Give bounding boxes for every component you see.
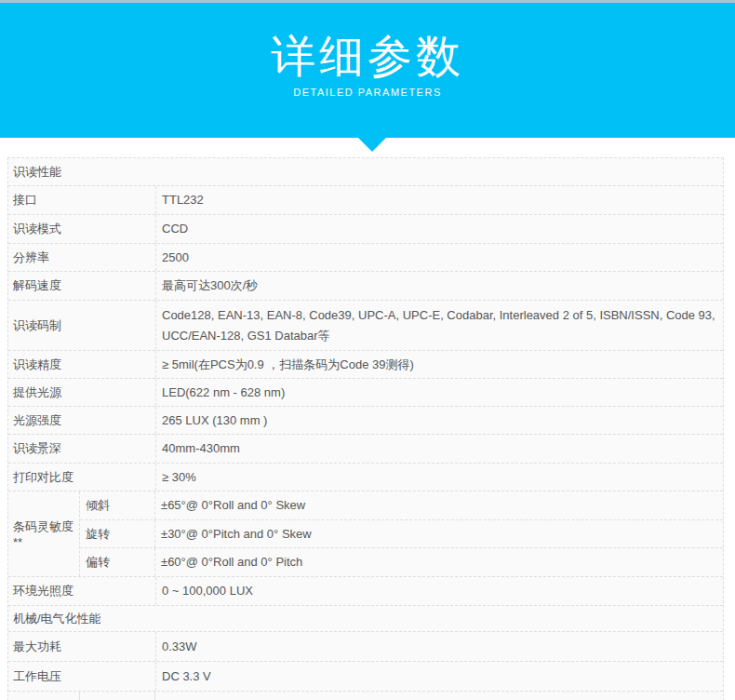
spec-row-interface: 接口 TTL232: [8, 186, 723, 215]
spec-value: [155, 692, 723, 700]
spec-value: TTL232: [156, 186, 723, 214]
spec-row-working-voltage: 工作电压 DC 3.3 V: [8, 662, 723, 692]
group-row-barcode-sensitivity: 条码灵敏度** 倾斜 ±65°@ 0°Roll and 0° Skew 旋转 ±…: [8, 491, 723, 577]
section-row-reading-performance: 识读性能: [8, 158, 723, 186]
detail-params-banner: 详细参数 DETAILED PARAMETERS: [0, 0, 735, 138]
sub-label: 旋转: [80, 520, 155, 548]
spec-value: ±65°@ 0°Roll and 0° Skew: [155, 491, 723, 519]
spec-row-decode-speed: 解码速度 最高可达300次/秒: [8, 272, 723, 301]
spec-label: 环境光照度: [8, 577, 156, 605]
section-title: 识读性能: [8, 158, 723, 185]
spec-row-print-contrast: 打印对比度 ≥ 30%: [8, 464, 723, 491]
top-strip: [0, 0, 735, 3]
spec-table: 识读性能 接口 TTL232 识读模式 CCD 分辨率 2500 解码速度 最高…: [7, 157, 724, 700]
spec-value: ±60°@ 0°Roll and 0° Pitch: [155, 548, 723, 576]
group-label: [8, 692, 80, 700]
spec-label: 提供光源: [8, 379, 156, 406]
spec-label: 识读码制: [8, 301, 156, 350]
spec-value: DC 3.3 V: [156, 662, 723, 691]
product-detail-page: 详细参数 DETAILED PARAMETERS 识读性能 接口 TTL232 …: [0, 0, 735, 700]
spec-label: 分辨率: [8, 244, 156, 271]
spec-label: 识读精度: [8, 351, 156, 378]
spec-row-light-intensity: 光源强度 265 LUX (130 mm ): [8, 407, 723, 435]
spec-value: CCD: [156, 215, 723, 243]
subrow-tilt: 倾斜 ±65°@ 0°Roll and 0° Skew: [80, 491, 723, 520]
spec-label: 最大功耗: [8, 632, 156, 661]
spec-row-max-power: 最大功耗 0.33W: [8, 632, 723, 662]
section-title: 机械/电气化性能: [8, 606, 723, 631]
spec-value: 40mm-430mm: [156, 435, 723, 463]
spec-label: 接口: [8, 186, 156, 214]
spec-row-depth-of-field: 识读景深 40mm-430mm: [8, 435, 723, 464]
sub-label: 倾斜: [80, 491, 155, 519]
spec-label: 打印对比度: [8, 464, 156, 491]
spec-row-reading-precision: 识读精度 ≥ 5mil(在PCS为0.9 ，扫描条码为Code 39测得): [8, 351, 723, 379]
spec-value: 0.33W: [156, 632, 723, 661]
spec-row-resolution: 分辨率 2500: [8, 244, 723, 272]
spec-label: 工作电压: [8, 662, 156, 691]
spec-value: Code128, EAN-13, EAN-8, Code39, UPC-A, U…: [156, 301, 723, 350]
spec-label: 光源强度: [8, 407, 156, 434]
spec-value: ≥ 30%: [156, 464, 723, 491]
sub-label: [80, 692, 155, 700]
group-subrows: [80, 692, 723, 700]
group-subrows: 倾斜 ±65°@ 0°Roll and 0° Skew 旋转 ±30°@ 0°P…: [80, 491, 723, 576]
subrow-deflection: 偏转 ±60°@ 0°Roll and 0° Pitch: [80, 548, 723, 576]
clipped-next-row: [8, 692, 723, 700]
spec-value: LED(622 nm - 628 nm): [156, 379, 723, 406]
subrow-rotation: 旋转 ±30°@ 0°Pitch and 0° Skew: [80, 520, 723, 549]
spec-row-light-source: 提供光源 LED(622 nm - 628 nm): [8, 379, 723, 407]
spec-row-ambient-light: 环境光照度 0 ~ 100,000 LUX: [8, 577, 723, 606]
spec-label: 识读模式: [8, 215, 156, 243]
banner-pointer-triangle: [358, 138, 386, 152]
spec-label: 解码速度: [8, 272, 156, 300]
spec-value: 最高可达300次/秒: [156, 272, 723, 300]
spec-label: 识读景深: [8, 435, 156, 463]
spec-value: ≥ 5mil(在PCS为0.9 ，扫描条码为Code 39测得): [156, 351, 723, 378]
page-subtitle: DETAILED PARAMETERS: [0, 87, 735, 98]
group-label: 条码灵敏度**: [8, 491, 80, 576]
spec-row-symbologies: 识读码制 Code128, EAN-13, EAN-8, Code39, UPC…: [8, 301, 723, 351]
spec-value: 2500: [156, 244, 723, 271]
spec-value: 265 LUX (130 mm ): [156, 407, 723, 434]
spec-row-reading-mode: 识读模式 CCD: [8, 215, 723, 244]
subrow-clipped: [80, 692, 723, 700]
spec-value: 0 ~ 100,000 LUX: [156, 577, 723, 605]
page-title: 详细参数: [271, 31, 464, 83]
sub-label: 偏转: [80, 548, 155, 576]
spec-value: ±30°@ 0°Pitch and 0° Skew: [155, 520, 723, 548]
section-row-mechanical-electrical: 机械/电气化性能: [8, 606, 723, 632]
